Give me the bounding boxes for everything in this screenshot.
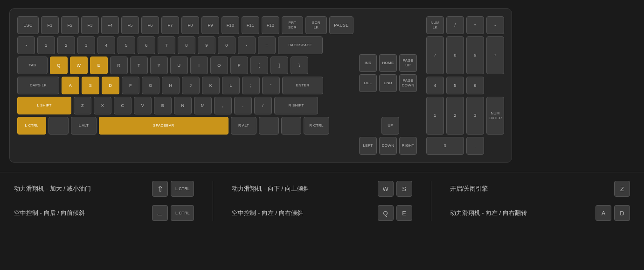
key-1[interactable]: 1	[37, 36, 55, 54]
key-n8[interactable]: 8	[446, 36, 464, 74]
key-fn2[interactable]	[259, 117, 279, 135]
key-pageup[interactable]: PAGEUP	[399, 54, 417, 72]
key-f1[interactable]: F1	[41, 16, 59, 34]
key-w[interactable]: W	[70, 57, 88, 74]
key-n3[interactable]: 3	[466, 97, 484, 135]
key-left[interactable]: LEFT	[359, 137, 377, 155]
key-n2[interactable]: 2	[446, 97, 464, 135]
key-nminus[interactable]: -	[486, 16, 504, 34]
key-n7[interactable]: 7	[426, 36, 444, 74]
key-f12[interactable]: F12	[262, 16, 279, 34]
key-fn1[interactable]	[48, 117, 69, 135]
key-f8[interactable]: F8	[181, 16, 199, 34]
key-e[interactable]: E	[90, 57, 108, 74]
key-v[interactable]: V	[134, 97, 152, 114]
key-d[interactable]: D	[102, 77, 119, 94]
key-rshift[interactable]: R SHIFT	[274, 97, 318, 114]
key-l[interactable]: L	[222, 77, 240, 94]
key-f10[interactable]: F10	[222, 16, 239, 34]
key-n[interactable]: N	[174, 97, 192, 114]
key-pause[interactable]: PAUSE	[329, 16, 353, 34]
key-p[interactable]: P	[230, 57, 248, 74]
key-lbracket[interactable]: [	[250, 57, 268, 74]
key-4[interactable]: 4	[97, 36, 115, 54]
key-rctrl[interactable]: R CTRL	[304, 117, 329, 135]
key-backslash[interactable]: \	[291, 57, 308, 74]
key-c[interactable]: C	[114, 97, 132, 114]
key-8[interactable]: 8	[178, 36, 195, 54]
key-ins[interactable]: INS	[359, 54, 377, 72]
key-t[interactable]: T	[130, 57, 148, 74]
key-down[interactable]: DOWN	[379, 137, 397, 155]
key-right[interactable]: RIGHT	[399, 137, 417, 155]
key-n0[interactable]: 0	[426, 137, 464, 155]
key-up[interactable]: UP	[381, 117, 399, 135]
key-quote[interactable]: '	[262, 77, 280, 94]
key-n4[interactable]: 4	[426, 77, 444, 94]
key-fn3[interactable]	[281, 117, 301, 135]
key-rbracket[interactable]: ]	[270, 57, 288, 74]
key-u[interactable]: U	[170, 57, 188, 74]
key-ndot[interactable]: .	[466, 137, 484, 155]
key-5[interactable]: 5	[118, 36, 135, 54]
key-f[interactable]: F	[122, 77, 139, 94]
key-f11[interactable]: F11	[242, 16, 259, 34]
key-n5[interactable]: 5	[446, 77, 464, 94]
key-end[interactable]: END	[379, 74, 397, 92]
key-k[interactable]: K	[202, 77, 220, 94]
key-nstar[interactable]: *	[466, 16, 484, 34]
key-o[interactable]: O	[210, 57, 228, 74]
key-f3[interactable]: F3	[81, 16, 99, 34]
key-period[interactable]: .	[234, 97, 252, 114]
key-caps[interactable]: CAPS LK	[17, 77, 59, 94]
key-ralt[interactable]: R ALT	[231, 117, 256, 135]
key-lshift[interactable]: L SHIFT	[17, 97, 71, 114]
key-f7[interactable]: F7	[161, 16, 179, 34]
key-nplus[interactable]: +	[486, 36, 504, 74]
key-n9[interactable]: 9	[466, 36, 484, 74]
key-nenter[interactable]: NUMENTER	[486, 97, 504, 135]
key-home[interactable]: HOME	[379, 54, 397, 72]
key-comma[interactable]: ,	[214, 97, 232, 114]
key-scrlk[interactable]: SCRLK	[305, 16, 327, 34]
key-prtscr[interactable]: PRTSCR	[282, 16, 303, 34]
key-6[interactable]: 6	[138, 36, 155, 54]
key-minus[interactable]: -	[238, 36, 256, 54]
key-nslash[interactable]: /	[446, 16, 464, 34]
key-lctrl[interactable]: L CTRL	[17, 117, 46, 135]
key-0[interactable]: 0	[218, 36, 235, 54]
key-2[interactable]: 2	[57, 36, 75, 54]
key-9[interactable]: 9	[198, 36, 215, 54]
key-a[interactable]: A	[62, 77, 79, 94]
key-b[interactable]: B	[154, 97, 172, 114]
key-del[interactable]: DEL	[359, 74, 377, 92]
key-spacebar[interactable]: SPACEBAR	[99, 117, 229, 135]
key-n1[interactable]: 1	[426, 97, 444, 135]
key-j[interactable]: J	[182, 77, 200, 94]
key-f5[interactable]: F5	[121, 16, 139, 34]
key-q[interactable]: Q	[50, 57, 68, 74]
key-f6[interactable]: F6	[141, 16, 159, 34]
key-s[interactable]: S	[82, 77, 99, 94]
key-lalt[interactable]: L ALT	[71, 117, 97, 135]
key-pagedown[interactable]: PAGEDOWN	[399, 74, 417, 92]
key-enter[interactable]: ENTER	[282, 77, 323, 94]
key-3[interactable]: 3	[77, 36, 95, 54]
key-g[interactable]: G	[142, 77, 159, 94]
key-tab[interactable]: TAB	[17, 57, 48, 74]
key-h[interactable]: H	[162, 77, 180, 94]
key-y[interactable]: Y	[150, 57, 168, 74]
key-backtick[interactable]: ~	[17, 36, 35, 54]
key-semicolon[interactable]: ;	[242, 77, 260, 94]
key-f4[interactable]: F4	[101, 16, 119, 34]
key-f2[interactable]: F2	[61, 16, 79, 34]
key-n6[interactable]: 6	[466, 77, 484, 94]
key-x[interactable]: X	[94, 97, 111, 114]
key-esc[interactable]: ESC	[17, 16, 39, 34]
key-f9[interactable]: F9	[201, 16, 219, 34]
key-numlk[interactable]: NUMLK	[426, 16, 444, 34]
key-fwdslash[interactable]: /	[254, 97, 272, 114]
key-7[interactable]: 7	[158, 36, 175, 54]
key-r[interactable]: R	[110, 57, 128, 74]
key-m[interactable]: M	[194, 97, 212, 114]
